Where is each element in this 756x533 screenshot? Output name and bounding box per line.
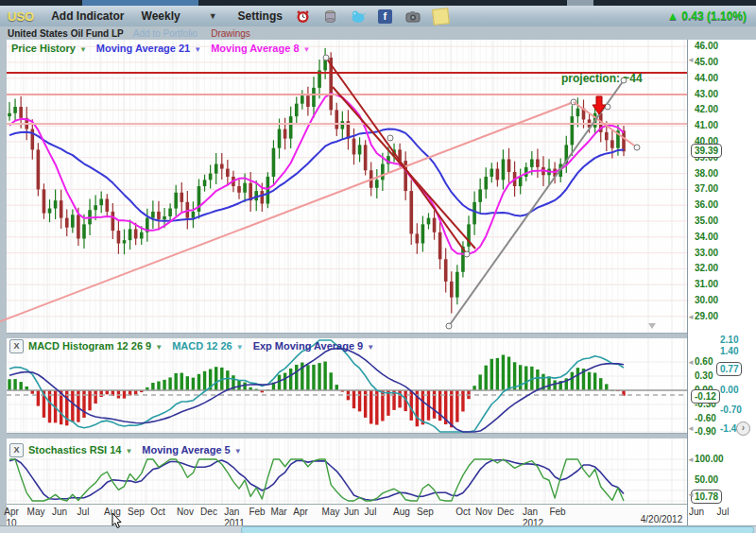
- price-axis-tick: 45.00: [695, 57, 718, 67]
- price-axis-tick: 29.00: [695, 311, 718, 321]
- stoch-axis-tick: 100.00: [695, 454, 724, 464]
- stoch-indicator-dropdown-arrow-icon[interactable]: ▼: [125, 447, 132, 456]
- price-axis-tick: 42.00: [695, 104, 718, 114]
- price-axis-tick: 33.00: [695, 248, 718, 258]
- month-label: Oct: [455, 507, 471, 517]
- price-axis-tick: 35.00: [695, 215, 718, 226]
- price-indicator-dropdown-arrow-icon[interactable]: ▼: [194, 45, 201, 54]
- stoch-indicator-label[interactable]: Moving Average 5: [142, 444, 230, 456]
- macd-indicator-label[interactable]: MACD Histogram 12 26 9: [28, 340, 151, 352]
- macd-hist-axis-tick: 0.60: [695, 356, 713, 367]
- mouse-cursor: [112, 513, 125, 530]
- trendline-handle[interactable]: [446, 323, 452, 329]
- month-label: May: [322, 507, 340, 517]
- month-label: Oct: [150, 507, 165, 517]
- month-label: Feb: [249, 507, 265, 517]
- last-price-box: 39.39: [691, 144, 722, 158]
- price-axis-tick: 30.00: [695, 295, 718, 305]
- month-label: Jul: [77, 507, 90, 517]
- macd-indicator-label[interactable]: MACD 12 26: [172, 340, 232, 352]
- month-label: Nov: [177, 507, 194, 517]
- month-label: Jul: [717, 507, 730, 517]
- trendline-handle[interactable]: [387, 135, 393, 141]
- month-label: Dec: [497, 507, 514, 517]
- macd-hist-axis-tick: -0.90: [695, 426, 716, 437]
- price-axis-tick: 37.00: [695, 183, 718, 194]
- price-axis-tick: 46.00: [695, 41, 718, 51]
- price-axis-tick: 36.00: [695, 199, 718, 210]
- macd-hist-value-box: -0.12: [691, 389, 720, 404]
- macd-indicator-dropdown-arrow-icon[interactable]: ▼: [155, 343, 163, 352]
- macd-line-axis-tick: 0.00: [720, 385, 738, 395]
- axis-resize-handle[interactable]: ◄: [687, 358, 695, 367]
- macd-value-box: 0.77: [716, 362, 742, 376]
- trendline-handle[interactable]: [464, 251, 470, 257]
- chart-marker-triangle: [648, 323, 656, 329]
- macd-line-axis-tick: -0.70: [720, 404, 742, 415]
- month-label: Nov: [475, 507, 492, 517]
- axis-resize-handle[interactable]: ◄: [687, 490, 695, 499]
- projection-annotation: projection: ~44: [561, 72, 643, 85]
- month-label: Jun: [344, 507, 359, 517]
- price-indicator-label[interactable]: Price History: [11, 43, 76, 54]
- macd-panel-header: MACD Histogram 12 26 9▼MACD 12 26▼Exp Mo…: [28, 340, 384, 352]
- macd-indicator-dropdown-arrow-icon[interactable]: ▼: [367, 343, 374, 352]
- price-axis-tick: 43.00: [695, 89, 718, 99]
- axis-resize-handle[interactable]: ◄: [687, 424, 695, 433]
- macd-line-axis-tick: 2.10: [720, 335, 738, 345]
- month-label: Sep: [128, 507, 145, 517]
- macd-indicator-label[interactable]: Exp Moving Average 9: [253, 340, 364, 352]
- axis-resize-handle[interactable]: ◄: [687, 456, 695, 464]
- axis-resize-handle[interactable]: ◄: [687, 313, 695, 321]
- trendline-drawing[interactable]: [0, 102, 574, 322]
- stoch-panel-header: Stochastics RSI 14▼Moving Average 5▼: [28, 444, 251, 456]
- price-indicator-label[interactable]: Moving Average 21: [96, 43, 190, 54]
- month-label: Jun: [689, 507, 704, 517]
- price-axis-tick: 34.00: [695, 232, 718, 242]
- stoch-value-box: 10.78: [691, 490, 722, 504]
- macd-hist-axis-tick: 0.30: [695, 370, 713, 381]
- trendline-handle[interactable]: [323, 55, 329, 60]
- month-label: Apr: [293, 507, 308, 517]
- stoch-close-button[interactable]: X: [9, 443, 24, 457]
- price-axis-tick: 31.00: [695, 279, 718, 289]
- month-label: 4/20/2012: [641, 514, 683, 524]
- month-label: May: [27, 507, 45, 517]
- price-axis-tick: 38.00: [695, 168, 718, 179]
- macd-indicator-dropdown-arrow-icon[interactable]: ▼: [236, 343, 244, 352]
- price-indicator-label[interactable]: Moving Average 8: [211, 43, 299, 54]
- stoch-axis-tick: 50.00: [695, 474, 718, 485]
- month-label: Feb: [549, 507, 565, 517]
- price-axis-tick: 44.00: [695, 73, 718, 83]
- price-panel-header: Price History▼Moving Average 21▼Moving A…: [11, 43, 319, 54]
- axis-resize-handle[interactable]: ◄: [687, 56, 695, 64]
- horizontal-scrollbar-thumb[interactable]: [241, 526, 754, 533]
- month-label: Jun: [52, 507, 67, 517]
- macd-close-button[interactable]: X: [9, 339, 24, 353]
- month-label: Aug: [393, 507, 410, 517]
- stoch-indicator-label[interactable]: Stochastics RSI 14: [28, 444, 121, 456]
- stoch-indicator-dropdown-arrow-icon[interactable]: ▼: [234, 447, 242, 456]
- price-axis-tick: 32.00: [695, 263, 718, 273]
- month-label: Mar: [270, 507, 286, 517]
- price-indicator-dropdown-arrow-icon[interactable]: ▼: [303, 45, 311, 54]
- macd-line-axis-tick: 1.40: [720, 346, 738, 356]
- trendline-handle[interactable]: [634, 145, 640, 150]
- month-label: Dec: [200, 507, 217, 517]
- price-indicator-dropdown-arrow-icon[interactable]: ▼: [79, 45, 87, 54]
- price-axis-tick: 41.00: [695, 120, 718, 130]
- month-label: Sep: [417, 507, 434, 517]
- month-label: Jul: [365, 507, 377, 517]
- macd-hist-axis-tick: -0.60: [695, 413, 716, 423]
- expand-arrow-icon[interactable]: ›: [736, 421, 750, 436]
